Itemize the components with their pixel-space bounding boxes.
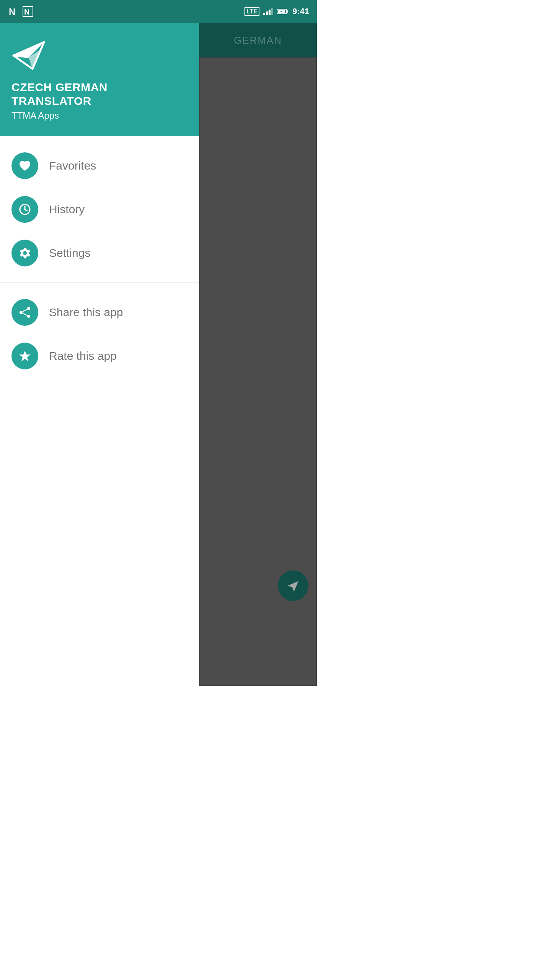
svg-rect-5 [266,11,268,15]
signal-icon [263,8,273,15]
svg-rect-7 [271,8,273,15]
status-bar: N N LTE 9:41 [0,0,317,23]
clock-icon [18,203,32,216]
battery-icon [277,8,289,15]
history-label: History [49,203,85,216]
svg-line-17 [25,209,27,211]
drawer-menu: Favorites History [0,136,199,686]
rate-icon-circle [11,343,38,369]
svg-point-20 [27,307,30,310]
menu-item-history[interactable]: History [0,188,199,231]
settings-label: Settings [49,247,90,260]
share-icon [18,305,32,319]
status-bar-left: N N [8,6,34,17]
share-icon-circle [11,299,38,326]
app-logo [11,38,46,73]
settings-icon-circle [11,240,38,266]
svg-rect-9 [287,10,288,13]
navigation-drawer: CZECH GERMAN TRANSLATOR TTMA Apps Favori… [0,23,199,686]
app-title: CZECH GERMAN TRANSLATOR [11,80,187,108]
svg-point-21 [20,311,23,314]
svg-line-24 [23,313,27,315]
svg-text:N: N [9,7,15,17]
favorites-label: Favorites [49,159,96,172]
svg-point-19 [23,251,27,255]
rate-label: Rate this app [49,350,117,363]
favorites-icon-circle [11,152,38,179]
notification-icon-2: N [22,6,34,17]
secondary-menu-section: Share this app Rate this app [0,283,199,385]
svg-point-22 [27,315,30,318]
svg-marker-25 [19,351,31,361]
menu-item-share[interactable]: Share this app [0,291,199,334]
svg-text:N: N [24,8,29,16]
svg-rect-4 [263,13,265,15]
drawer-header: CZECH GERMAN TRANSLATOR TTMA Apps [0,23,199,136]
star-icon [18,349,32,363]
app-info: CZECH GERMAN TRANSLATOR TTMA Apps [11,80,187,121]
share-label: Share this app [49,306,123,319]
main-layout: CZECH GERMAN TRANSLATOR TTMA Apps Favori… [0,23,317,686]
primary-menu-section: Favorites History [0,136,199,283]
gear-icon [18,246,32,260]
menu-item-favorites[interactable]: Favorites [0,144,199,188]
history-icon-circle [11,196,38,223]
time-display: 9:41 [292,7,309,16]
svg-line-23 [23,309,27,312]
heart-icon [18,159,32,173]
app-subtitle: TTMA Apps [11,110,187,121]
menu-item-rate[interactable]: Rate this app [0,334,199,378]
menu-item-settings[interactable]: Settings [0,231,199,275]
svg-rect-6 [269,10,271,15]
overlay [199,23,317,686]
lte-indicator: LTE [245,7,259,16]
notification-icon-1: N [8,6,19,17]
status-bar-right: LTE 9:41 [245,7,309,16]
